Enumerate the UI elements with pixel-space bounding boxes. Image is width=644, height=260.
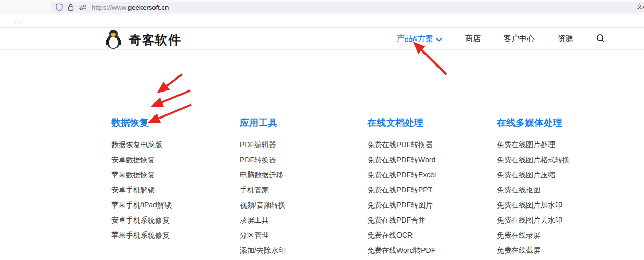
- menu-item-link[interactable]: 手机管家: [240, 183, 365, 198]
- menu-item-link[interactable]: 免费在线图片加水印: [497, 198, 622, 213]
- penguin-logo-icon: [103, 29, 124, 51]
- products-mega-menu: 数据恢复 数据恢复电脑版安卓数据恢复苹果数据恢复安卓手机解锁苹果手机/iPad解…: [0, 50, 644, 260]
- menu-column-online-docs: 在线文档处理 免费在线PDF转换器免费在线PDF转Word免费在线PDF转Exc…: [367, 116, 492, 258]
- nav-item-products[interactable]: 产品&方案: [397, 34, 442, 44]
- menu-item-link[interactable]: 免费在线PDF转Excel: [367, 167, 492, 183]
- menu-column-items: 数据恢复电脑版安卓数据恢复苹果数据恢复安卓手机解锁苹果手机/iPad解锁安卓手机…: [111, 137, 236, 243]
- menu-item-link[interactable]: 免费在线Word转PDF: [367, 243, 492, 258]
- menu-item-link[interactable]: 免费在线图片处理: [497, 137, 622, 152]
- menu-item-link[interactable]: 添加/去除水印: [240, 243, 365, 258]
- url-field[interactable]: https://www.geekersoft.cn: [51, 2, 644, 13]
- menu-item-link[interactable]: 免费在线视频转换: [497, 258, 622, 260]
- menu-item-link[interactable]: 免费在线抠图: [497, 183, 622, 198]
- permissions-icon[interactable]: [79, 4, 87, 10]
- menu-item-link[interactable]: 录屏工具: [240, 213, 365, 228]
- menu-item-link[interactable]: 免费在线截屏: [497, 243, 622, 258]
- menu-column-items: PDF编辑器PDF转换器电脑数据迁移手机管家视频/音频转换录屏工具分区管理添加/…: [240, 137, 365, 260]
- menu-item-link[interactable]: 安卓手机解锁: [111, 183, 236, 198]
- menu-item-link[interactable]: 苹果数据恢复: [111, 167, 236, 183]
- nav-item-products-label: 产品&方案: [397, 34, 433, 44]
- menu-item-link[interactable]: 免费在线PDF合并: [367, 213, 492, 228]
- main-nav: 产品&方案 商店 客户中心 资源: [397, 28, 606, 49]
- url-text: https://www.geekersoft.cn: [92, 4, 169, 11]
- menu-column-items: 免费在线PDF转换器免费在线PDF转Word免费在线PDF转Excel免费在线P…: [367, 137, 492, 258]
- menu-item-link[interactable]: 免费在线PDF转图片: [367, 198, 492, 213]
- browser-address-bar: https://www.geekersoft.cn 文A: [0, 0, 644, 15]
- brand-logo[interactable]: 奇客软件: [103, 29, 181, 51]
- menu-column-app-tools: 应用工具 PDF编辑器PDF转换器电脑数据迁移手机管家视频/音频转换录屏工具分区…: [240, 116, 365, 260]
- menu-column-data-recovery: 数据恢复 数据恢复电脑版安卓数据恢复苹果数据恢复安卓手机解锁苹果手机/iPad解…: [111, 116, 236, 243]
- site-header: 奇客软件 产品&方案 商店 客户中心 资源: [0, 27, 644, 50]
- menu-item-link[interactable]: 视频/音频转换: [240, 198, 365, 213]
- menu-item-link[interactable]: 安卓手机系统修复: [111, 213, 236, 228]
- search-icon[interactable]: [596, 34, 606, 43]
- menu-item-link[interactable]: 安卓数据恢复: [111, 152, 236, 167]
- menu-column-title: 数据恢复: [111, 116, 236, 129]
- lock-icon[interactable]: [68, 4, 74, 11]
- menu-item-link[interactable]: 免费在线图片压缩: [497, 167, 622, 183]
- overflow-dots[interactable]: ...: [15, 17, 22, 25]
- menu-item-link[interactable]: 免费在线PDF转Word: [367, 152, 492, 167]
- menu-column-online-media: 在线多媒体处理 免费在线图片处理免费在线图片格式转换免费在线图片压缩免费在线抠图…: [497, 116, 622, 260]
- menu-item-link[interactable]: 免费在线OCR: [367, 228, 492, 243]
- tracking-protection-shield-icon[interactable]: [56, 3, 63, 11]
- menu-item-link[interactable]: 免费在线图片格式转换: [497, 152, 622, 167]
- browser-window: https://www.geekersoft.cn 文A ... 奇客软件 产品…: [0, 0, 644, 260]
- translate-icon[interactable]: 文A: [637, 2, 644, 11]
- nav-item-resources[interactable]: 资源: [558, 34, 573, 44]
- menu-item-link[interactable]: 电脑数据迁移: [240, 167, 365, 183]
- menu-item-link[interactable]: PDF编辑器: [240, 137, 365, 152]
- menu-item-link[interactable]: 苹果手机/iPad解锁: [111, 198, 236, 213]
- nav-item-store[interactable]: 商店: [465, 34, 481, 44]
- menu-column-title: 在线多媒体处理: [497, 116, 622, 129]
- menu-item-link[interactable]: 免费在线图片去水印: [497, 213, 622, 228]
- menu-column-title: 在线文档处理: [367, 116, 492, 129]
- menu-column-items: 免费在线图片处理免费在线图片格式转换免费在线图片压缩免费在线抠图免费在线图片加水…: [497, 137, 622, 260]
- menu-item-link[interactable]: 苹果手机系统修复: [111, 228, 236, 243]
- brand-name: 奇客软件: [129, 32, 181, 48]
- menu-item-link[interactable]: 图片/视频压缩: [240, 258, 365, 260]
- chevron-down-icon: [436, 34, 442, 43]
- menu-item-link[interactable]: 免费在线录屏: [497, 228, 622, 243]
- menu-item-link[interactable]: 免费在线PDF转PPT: [367, 183, 492, 198]
- url-domain: geekersoft.cn: [128, 4, 169, 11]
- menu-item-link[interactable]: PDF转换器: [240, 152, 365, 167]
- menu-item-link[interactable]: 分区管理: [240, 228, 365, 243]
- menu-item-link[interactable]: 数据恢复电脑版: [111, 137, 236, 152]
- menu-column-title: 应用工具: [240, 116, 365, 129]
- url-scheme: https://www.: [92, 4, 128, 11]
- menu-item-link[interactable]: 免费在线PDF转换器: [367, 137, 492, 152]
- nav-item-customer-center[interactable]: 客户中心: [504, 34, 535, 44]
